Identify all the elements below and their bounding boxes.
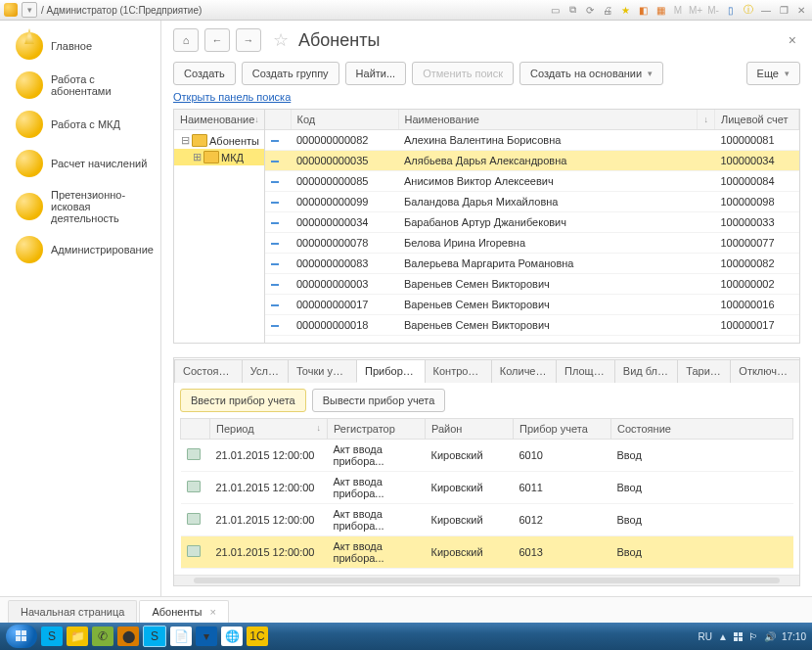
sidebar-item[interactable]: Главное — [0, 26, 160, 66]
home-button[interactable]: ⌂ — [173, 28, 199, 52]
titlebar-icon[interactable]: 🖨 — [601, 3, 614, 17]
table-row[interactable]: 000000000083Валерьева Маргарита Романовн… — [265, 254, 799, 274]
favorite-icon[interactable]: ★ — [618, 3, 632, 17]
nav-back-button[interactable]: ← — [204, 28, 230, 52]
dgrid-col-meter[interactable]: Прибор учета — [514, 419, 611, 440]
tab[interactable]: Тарифы — [677, 359, 731, 383]
start-button[interactable] — [6, 625, 37, 648]
info-icon[interactable]: ⓘ — [742, 3, 755, 17]
tab[interactable]: Отключае... — [730, 359, 800, 383]
sidebar-item[interactable]: Расчет начислений — [0, 144, 160, 183]
enter-meter-button[interactable]: Ввести прибор учета — [180, 389, 306, 412]
tray-icon[interactable]: 🔊 — [764, 631, 776, 642]
table-row[interactable]: 21.01.2015 12:00:00Акт ввода прибора...К… — [181, 440, 793, 472]
doc-icon — [181, 536, 210, 569]
tree-row[interactable]: ⊞МКД — [174, 149, 264, 165]
tab[interactable]: Точки учета — [288, 359, 357, 383]
app-window: ▾ / Администратор (1С:Предприятие) ▭ ⧉ ⟳… — [0, 0, 812, 623]
tab[interactable]: Услуги — [242, 359, 289, 383]
grid-col-code[interactable]: Код — [291, 110, 398, 130]
taskbar-icon[interactable]: ⬤ — [117, 627, 139, 646]
document-tab[interactable]: Начальная страница — [8, 600, 137, 623]
document-tab[interactable]: Абоненты× — [139, 600, 228, 623]
table-row[interactable]: 000000000034Барабанов Артур Джанибекович… — [265, 212, 799, 233]
tree-expander-icon[interactable]: ⊞ — [192, 151, 202, 163]
table-row[interactable]: 000000000078Белова Ирина Игоревна1000000… — [265, 233, 799, 254]
table-row[interactable]: 000000000085Анисимов Виктор Алексеевич10… — [265, 171, 799, 192]
titlebar-icon[interactable]: ▦ — [654, 3, 667, 17]
create-based-on-button[interactable]: Создать на основании — [519, 62, 663, 85]
sidebar-item[interactable]: Работа с абонентами — [0, 66, 160, 105]
titlebar-icon[interactable]: ◧ — [636, 3, 650, 17]
dgrid-col-marker[interactable] — [181, 419, 210, 440]
dgrid-col-registrar[interactable]: Регистратор — [328, 419, 426, 440]
find-button[interactable]: Найти... — [345, 62, 407, 85]
titlebar-m-plus-icon[interactable]: M+ — [689, 3, 702, 17]
titlebar-icon[interactable]: ⧉ — [565, 3, 579, 17]
tab[interactable]: Количест... — [491, 359, 557, 383]
create-group-button[interactable]: Создать группу — [242, 62, 339, 85]
table-row[interactable]: 000000000099Баландова Дарья Михайловна10… — [265, 192, 799, 212]
table-row[interactable]: 21.01.2015 12:00:00Акт ввода прибора...К… — [181, 472, 793, 504]
grid-col-marker[interactable] — [265, 110, 291, 130]
close-tab-icon[interactable]: × — [209, 606, 215, 618]
tab[interactable]: Площадь — [556, 359, 615, 383]
tree-header[interactable]: Наименование↓ — [174, 110, 264, 130]
titlebar-icon[interactable]: ▯ — [724, 3, 738, 17]
open-search-panel-link[interactable]: Открыть панель поиска — [161, 89, 812, 109]
titlebar-m-icon[interactable]: M — [671, 3, 685, 17]
taskbar-icon[interactable]: 📄 — [170, 627, 192, 646]
tray-lang[interactable]: RU — [699, 631, 712, 642]
create-button[interactable]: Создать — [173, 62, 236, 85]
tab[interactable]: Приборы ... — [356, 359, 426, 383]
taskbar-icon[interactable]: 📁 — [67, 627, 88, 646]
taskbar-icon[interactable]: 1C — [247, 627, 268, 646]
table-row[interactable]: 21.01.2015 12:00:00Акт ввода прибора...К… — [181, 504, 793, 536]
grid-col-name[interactable]: Наименование — [398, 110, 698, 130]
nav-icon — [16, 32, 43, 60]
titlebar-icon[interactable]: ⟳ — [583, 3, 597, 17]
more-button[interactable]: Еще — [746, 62, 800, 85]
tab[interactable]: Контроле... — [425, 359, 492, 383]
taskbar-icon[interactable]: ✆ — [92, 627, 113, 646]
table-row[interactable]: 000000000035Алябьева Дарья Александровна… — [265, 151, 799, 171]
nav-forward-button[interactable]: → — [236, 28, 261, 52]
grid-col-sort[interactable]: ↓ — [698, 110, 715, 130]
tray-icon[interactable] — [734, 632, 743, 641]
dgrid-col-state[interactable]: Состояние — [611, 419, 793, 440]
tray-clock[interactable]: 17:10 — [782, 631, 806, 642]
sidebar-item[interactable]: Работа с МКД — [0, 105, 160, 144]
star-icon[interactable]: ☆ — [273, 29, 289, 51]
page-close-button[interactable]: × — [785, 32, 800, 48]
sidebar-item[interactable]: Претензионно-исковая деятельность — [0, 183, 160, 230]
cell-name: Вареньев Семен Викторович — [398, 315, 698, 336]
sidebar-item[interactable]: Администрирование — [0, 230, 160, 269]
close-button[interactable]: ✕ — [794, 3, 808, 17]
taskbar-icon[interactable]: 🌐 — [221, 627, 243, 646]
titlebar-m-minus-icon[interactable]: M- — [706, 3, 720, 17]
cell-period: 21.01.2015 12:00:00 — [210, 504, 328, 536]
table-row[interactable]: 21.01.2015 12:00:00Акт ввода прибора...К… — [181, 536, 793, 569]
taskbar-icon[interactable]: S — [41, 627, 63, 646]
tray-icon[interactable]: 🏳 — [748, 631, 758, 642]
minimize-button[interactable]: — — [759, 3, 773, 17]
horizontal-scrollbar[interactable] — [174, 575, 799, 585]
titlebar-icon[interactable]: ▭ — [548, 3, 562, 17]
titlebar-back-button[interactable]: ▾ — [22, 2, 37, 18]
grid-col-account[interactable]: Лицевой счет — [715, 110, 799, 130]
taskbar-icon[interactable]: S — [143, 626, 166, 647]
tree-expander-icon[interactable]: ⊟ — [180, 134, 190, 147]
dgrid-col-period[interactable]: Период↓ — [210, 419, 328, 440]
tab[interactable]: Вид благ... — [614, 359, 678, 383]
maximize-button[interactable]: ❐ — [777, 3, 790, 17]
table-row[interactable]: 000000000082Алехина Валентина Борисовна1… — [265, 130, 799, 151]
tree-row[interactable]: ⊟Абоненты — [174, 132, 264, 149]
table-row[interactable]: 000000000018Вареньев Семен Викторович100… — [265, 315, 799, 336]
dgrid-col-district[interactable]: Район — [426, 419, 514, 440]
remove-meter-button[interactable]: Вывести прибор учета — [312, 389, 446, 412]
tray-icon[interactable]: ▲ — [718, 631, 728, 642]
table-row[interactable]: 000000000003Вареньев Семен Викторович100… — [265, 274, 799, 295]
taskbar-icon[interactable]: ▾ — [196, 627, 217, 646]
table-row[interactable]: 000000000017Вареньев Семен Викторович100… — [265, 295, 799, 315]
tab[interactable]: Состояни... — [174, 359, 243, 383]
